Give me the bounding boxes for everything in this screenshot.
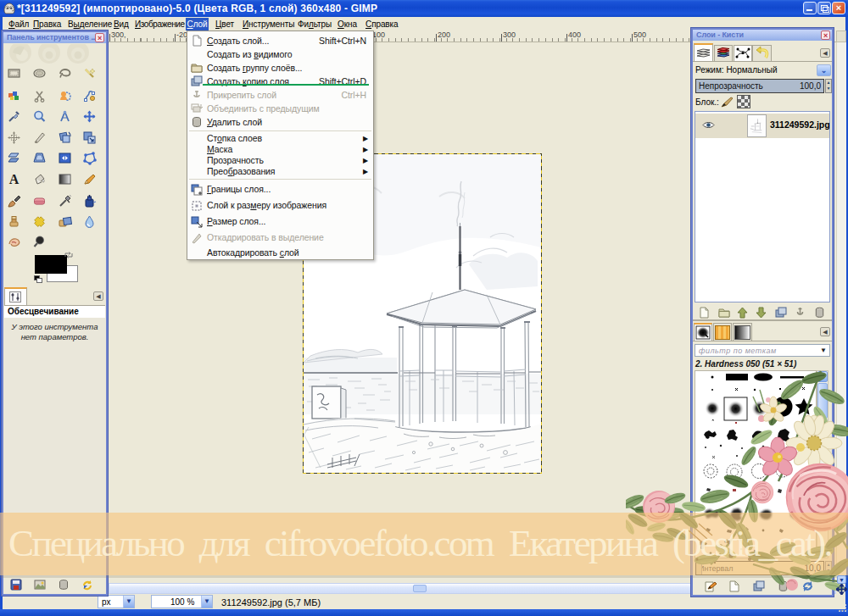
svg-text:A: A <box>9 172 20 186</box>
